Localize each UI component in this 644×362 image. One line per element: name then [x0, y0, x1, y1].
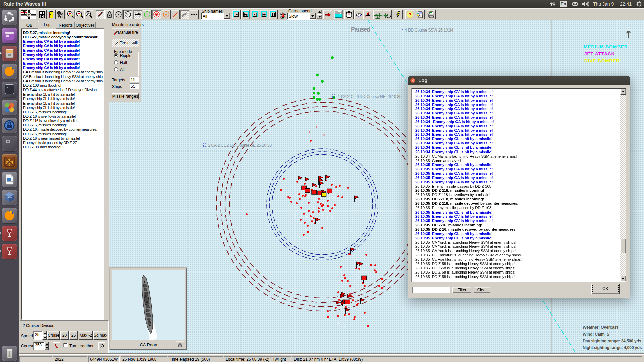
svg-text:Night sighting range: 4,000 yd: Night sighting range: 4,000 yds: [583, 345, 642, 350]
svg-text:2 CA 2 CL 2 DD Course SE 26 10: 2 CA 2 CL 2 DD Course SE 26 10:33: [208, 143, 272, 148]
svg-text:4 DD Course SSW 26 10:34: 4 DD Course SSW 26 10:34: [405, 28, 453, 33]
svg-text:JET ATTACK: JET ATTACK: [584, 51, 615, 56]
svg-text:>_: >_: [6, 86, 10, 90]
svg-text:Paused: Paused: [351, 26, 370, 33]
svg-text:?: ?: [408, 12, 411, 17]
svg-text:1 CA 2 CL 6 DD Course NE 26 10: 1 CA 2 CL 6 DD Course NE 26 10:35: [338, 94, 402, 99]
svg-text:Wind: Calm S: Wind: Calm S: [583, 332, 609, 337]
svg-text:M: M: [165, 13, 168, 16]
svg-text:MEDIUM BOMBER: MEDIUM BOMBER: [584, 44, 628, 49]
svg-text:X: X: [8, 164, 10, 167]
svg-text:VBox: VBox: [7, 197, 12, 199]
svg-text:DIVE BOMBER: DIVE BOMBER: [584, 58, 620, 63]
svg-text:Day sighting range: 24,500 yds: Day sighting range: 24,500 yds: [583, 339, 641, 343]
svg-text:5: 5: [246, 13, 248, 16]
svg-text:Weather: Overcast: Weather: Overcast: [583, 325, 618, 330]
